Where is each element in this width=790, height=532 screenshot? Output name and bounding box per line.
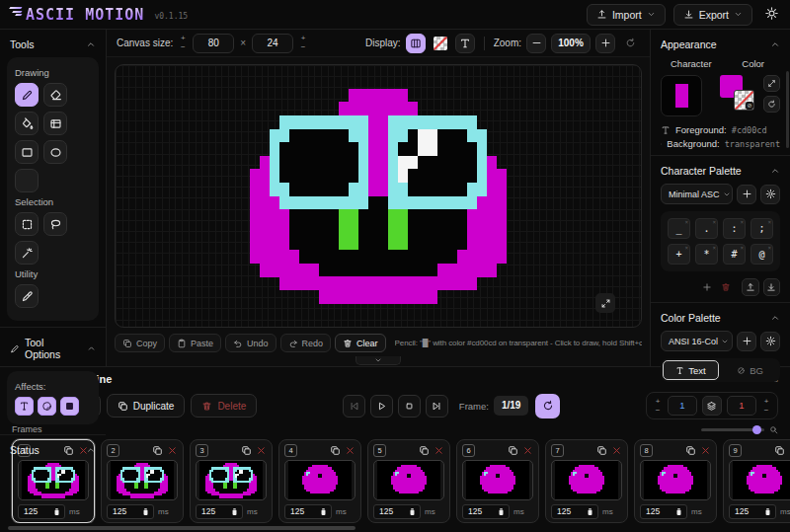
sidebar-scrollbar[interactable] — [786, 71, 789, 148]
remove-char-icon[interactable]: × — [712, 244, 716, 251]
onion-skin-toggle[interactable] — [702, 396, 722, 416]
frame-card-4[interactable]: 4125ms — [278, 439, 361, 523]
tools-section-header[interactable]: Tools — [0, 30, 106, 57]
display-transparency-button[interactable] — [431, 34, 450, 53]
tool-options-header[interactable]: Tool Options — [0, 328, 106, 367]
delete-frame-icon[interactable] — [167, 445, 178, 456]
onion-prev-input[interactable]: 1 — [668, 396, 697, 416]
add-char-button[interactable] — [699, 279, 715, 295]
active-character-swatch[interactable] — [661, 75, 702, 116]
zoom-out-button[interactable] — [526, 34, 546, 53]
undo-button[interactable]: Undo — [225, 334, 276, 352]
palette-char-button[interactable]: +× — [668, 244, 690, 265]
remove-char-icon[interactable]: × — [767, 218, 771, 225]
frame-thumbnail[interactable] — [284, 460, 356, 500]
remove-char-icon[interactable]: × — [712, 218, 716, 225]
rect-select-tool-button[interactable] — [15, 212, 39, 236]
frame-card-6[interactable]: 6125ms — [456, 439, 539, 523]
affects-palette-toggle[interactable] — [38, 397, 56, 416]
rectangle-tool-button[interactable] — [15, 140, 39, 164]
magic-wand-tool-button[interactable] — [15, 241, 39, 265]
frame-card-3[interactable]: 3125ms — [190, 439, 273, 523]
onion-prev-stepper[interactable]: +− — [653, 398, 663, 415]
delete-frame-icon[interactable] — [256, 445, 267, 456]
ellipse-tool-button[interactable] — [43, 140, 67, 164]
palette-char-button[interactable]: ;× — [750, 218, 773, 239]
duplicate-frame-icon[interactable] — [508, 445, 518, 456]
bg-color-tab[interactable]: BG — [722, 360, 778, 380]
frame-thumbnail[interactable] — [373, 460, 444, 500]
frame-duration-input[interactable]: 125 — [729, 504, 776, 519]
remove-char-icon[interactable]: × — [684, 218, 688, 225]
stop-button[interactable] — [398, 395, 421, 418]
import-button[interactable]: Import — [587, 4, 666, 26]
canvas-height-input[interactable]: 24 — [252, 34, 293, 53]
add-color-palette-button[interactable] — [737, 332, 756, 351]
palette-char-button[interactable]: @× — [750, 244, 773, 265]
width-stepper[interactable]: +− — [178, 35, 188, 51]
delete-char-button[interactable] — [719, 279, 735, 295]
pencil-tool-button[interactable] — [15, 83, 39, 107]
palette-char-button[interactable]: :× — [723, 218, 746, 239]
height-stepper[interactable]: +− — [298, 35, 308, 51]
frame-tool-button[interactable] — [43, 112, 67, 135]
zoom-in-button[interactable] — [595, 34, 615, 53]
remove-char-icon[interactable]: × — [767, 244, 771, 251]
duplicate-frame-button[interactable]: Duplicate — [107, 394, 186, 418]
export-button[interactable]: Export — [673, 4, 752, 26]
duplicate-frame-icon[interactable] — [152, 445, 163, 456]
remove-char-icon[interactable]: × — [684, 244, 688, 251]
copy-button[interactable]: Copy — [115, 334, 165, 352]
frame-thumbnail[interactable] — [107, 460, 178, 500]
display-text-button[interactable] — [455, 34, 475, 53]
skip-to-start-button[interactable] — [343, 395, 365, 418]
frame-card-8[interactable]: 8125ms — [634, 439, 717, 523]
background-color-swatch[interactable]: ⊘ — [734, 90, 754, 111]
canvas-width-input[interactable]: 80 — [193, 34, 234, 53]
delete-frame-icon[interactable] — [345, 445, 356, 456]
add-char-palette-button[interactable] — [737, 185, 756, 204]
theme-toggle-button[interactable] — [760, 4, 782, 26]
frame-card-5[interactable]: 5125ms — [367, 439, 450, 523]
skip-to-end-button[interactable] — [426, 395, 448, 418]
duplicate-frame-icon[interactable] — [330, 445, 341, 456]
char-palette-settings-button[interactable] — [760, 185, 780, 204]
move-char-right-button[interactable] — [680, 279, 696, 295]
frame-card-2[interactable]: 2125ms — [101, 439, 184, 523]
delete-frame-icon[interactable] — [700, 445, 711, 456]
frames-scrollbar[interactable] — [2, 525, 788, 531]
display-grid-button[interactable] — [406, 34, 426, 53]
onion-next-stepper[interactable]: +− — [761, 398, 771, 415]
duplicate-frame-icon[interactable] — [685, 445, 696, 456]
frame-duration-input[interactable]: 125 — [18, 504, 65, 519]
loop-button[interactable] — [535, 394, 560, 418]
lasso-tool-button[interactable] — [43, 212, 67, 236]
delete-frame-button[interactable]: Delete — [191, 394, 257, 418]
frame-thumbnail[interactable] — [551, 460, 622, 500]
palette-char-button[interactable]: .× — [695, 218, 718, 239]
clear-button[interactable]: Clear — [335, 334, 386, 352]
frame-thumbnail[interactable] — [640, 460, 711, 500]
delete-frame-icon[interactable] — [522, 445, 533, 456]
palette-char-button[interactable]: _× — [668, 218, 690, 239]
frame-duration-input[interactable]: 125 — [284, 504, 332, 519]
color-palette-header[interactable]: Color Palette — [651, 303, 790, 331]
frame-card-7[interactable]: 7125ms — [545, 439, 628, 523]
reset-colors-button[interactable] — [763, 96, 780, 113]
palette-char-button[interactable]: #× — [723, 244, 746, 265]
move-char-left-button[interactable] — [661, 279, 676, 295]
char-palette-preset-dropdown[interactable]: Minimal ASC — [661, 184, 733, 204]
zoom-reset-button[interactable] — [620, 34, 640, 53]
status-section-header[interactable]: Status — [0, 435, 106, 463]
remove-char-icon[interactable]: × — [740, 218, 744, 225]
frame-thumbnail[interactable] — [196, 460, 267, 500]
duplicate-frame-icon[interactable] — [596, 445, 607, 456]
duplicate-frame-icon[interactable] — [241, 445, 252, 456]
onion-next-input[interactable]: 1 — [727, 396, 756, 416]
swap-colors-button[interactable] — [763, 75, 780, 92]
frame-duration-input[interactable]: 125 — [373, 504, 421, 519]
affects-background-toggle[interactable] — [60, 397, 79, 416]
collapse-canvas-tab[interactable] — [356, 356, 401, 365]
frame-thumbnail[interactable] — [729, 460, 790, 500]
color-palette-settings-button[interactable] — [760, 332, 780, 351]
